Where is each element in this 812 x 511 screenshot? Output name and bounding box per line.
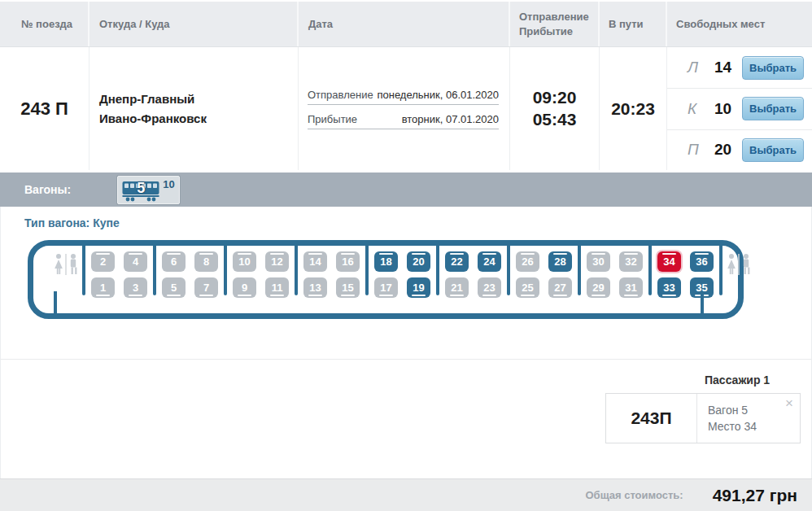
seat-column: 87	[194, 251, 218, 298]
seat-30[interactable]: 30	[587, 251, 610, 272]
seat-column: 1615	[336, 251, 360, 298]
seat-26[interactable]: 26	[516, 251, 539, 272]
passenger-card: 243П Вагон 5 Место 34 ×	[605, 393, 801, 443]
date-cell: Отправление понедельник, 06.01.2020 Приб…	[299, 47, 510, 170]
seat-7[interactable]: 7	[194, 277, 218, 298]
seat-class-code: К	[688, 100, 702, 118]
seat-column: 2625	[516, 251, 539, 298]
seat-class-row-k: К 10 Выбрать	[667, 88, 812, 129]
compartment-8: 30293231	[581, 251, 648, 298]
choose-button-k[interactable]: Выбрать	[742, 97, 804, 120]
col-header-train-number-label: № поезда	[21, 17, 88, 32]
seat-classes-cell: Л 14 Выбрать К 10 Выбрать П 20 Выбрать	[667, 47, 812, 170]
seat-27[interactable]: 27	[548, 277, 572, 298]
seat-3[interactable]: 3	[124, 277, 147, 298]
arrival-label: Прибытие	[308, 113, 357, 125]
col-header-date: Дата	[299, 2, 510, 46]
seat-column: 2019	[407, 251, 430, 298]
total-value: 491,27 грн	[713, 486, 797, 505]
duration-value: 20:23	[600, 47, 667, 170]
wagon-door-mark-left	[54, 291, 57, 313]
seat-6[interactable]: 6	[162, 251, 186, 272]
station-to: Ивано-Франковск	[99, 109, 298, 128]
seat-13[interactable]: 13	[303, 277, 327, 298]
wagon-type-label: Тип вагона: Купе	[1, 216, 811, 231]
compartment-4: 14131615	[298, 251, 365, 298]
col-header-route-label: Откуда / Куда	[99, 17, 297, 32]
wagons-label: Вагоны:	[24, 183, 71, 196]
seat-28[interactable]: 28	[548, 251, 572, 272]
seat-20[interactable]: 20	[407, 251, 430, 272]
passenger-wrap: Пассажир 1 243П Вагон 5 Место 34 ×	[605, 360, 801, 443]
seat-8[interactable]: 8	[194, 251, 218, 272]
passenger-train-number: 243П	[606, 394, 697, 443]
seat-17[interactable]: 17	[374, 277, 398, 298]
seat-class-row-p: П 20 Выбрать	[667, 129, 812, 170]
seat-18[interactable]: 18	[374, 251, 398, 272]
seat-22[interactable]: 22	[445, 251, 469, 272]
wagon-car-icon: 5	[122, 179, 159, 202]
seat-class-row-l: Л 14 Выбрать	[667, 47, 812, 88]
seat-class-count: 10	[702, 100, 731, 118]
col-header-train-number: № поезда	[0, 2, 89, 46]
seat-column: 2221	[445, 251, 469, 298]
seat-1[interactable]: 1	[91, 277, 115, 298]
seat-34[interactable]: 34	[657, 251, 681, 272]
seat-12[interactable]: 12	[265, 251, 289, 272]
wc-icon-right	[723, 253, 755, 281]
route-cell: Днепр-Главный Ивано-Франковск	[89, 47, 299, 170]
compartment-7: 26252827	[510, 251, 578, 298]
col-header-departure-label: Отправление	[519, 10, 598, 24]
train-row: 243 П Днепр-Главный Ивано-Франковск Отпр…	[0, 47, 812, 170]
train-number: 243 П	[0, 47, 89, 170]
seat-column: 109	[233, 251, 256, 298]
seat-25[interactable]: 25	[516, 277, 539, 298]
seat-column: 3433	[657, 251, 681, 298]
seat-14[interactable]: 14	[303, 251, 327, 272]
seat-36[interactable]: 36	[690, 251, 714, 272]
seat-31[interactable]: 31	[619, 277, 643, 298]
seat-15[interactable]: 15	[336, 277, 360, 298]
seat-32[interactable]: 32	[619, 251, 643, 272]
times-cell: 09:20 05:43	[510, 47, 600, 170]
seat-5[interactable]: 5	[162, 277, 186, 298]
col-header-duration: В пути	[600, 2, 667, 46]
total-bar: Общая стоимость: 491,27 грн	[0, 478, 812, 511]
wagon-inner: 2143658710912111413161518172019222124232…	[33, 246, 738, 313]
seat-column: 1413	[303, 251, 327, 298]
seat-21[interactable]: 21	[445, 277, 469, 298]
choose-button-p[interactable]: Выбрать	[742, 138, 804, 162]
wagon-free-seats-badge: 10	[163, 179, 174, 190]
table-header-row: № поезда Откуда / Куда Дата Отправление …	[0, 2, 812, 47]
wc-icon-left	[50, 253, 82, 281]
seat-2[interactable]: 2	[91, 251, 115, 272]
seat-33[interactable]: 33	[657, 277, 681, 298]
seat-23[interactable]: 23	[478, 277, 501, 298]
wagons-bar: Вагоны: 5 10	[0, 173, 812, 207]
wagon-selector-button[interactable]: 5 10	[117, 176, 179, 204]
seat-column: 3231	[619, 251, 643, 298]
departure-date: понедельник, 06.01.2020	[377, 89, 499, 101]
compartment-9: 34333635	[652, 251, 719, 298]
col-header-dep-arr: Отправление Прибытие	[510, 2, 600, 46]
seat-9[interactable]: 9	[233, 277, 256, 298]
col-header-arrival-label: Прибытие	[519, 24, 598, 39]
seat-24[interactable]: 24	[478, 251, 501, 272]
choose-button-l[interactable]: Выбрать	[742, 56, 804, 80]
departure-label: Отправление	[308, 89, 373, 101]
station-from: Днепр-Главный	[99, 90, 298, 108]
compartment-5: 18172019	[369, 251, 436, 298]
compartment-1: 2143	[85, 251, 153, 298]
seat-29[interactable]: 29	[587, 277, 610, 298]
arrival-date: вторник, 07.01.2020	[402, 113, 499, 125]
seat-class-count: 20	[702, 141, 731, 159]
seat-11[interactable]: 11	[265, 277, 289, 298]
seat-19[interactable]: 19	[407, 277, 430, 298]
seat-4[interactable]: 4	[124, 251, 147, 272]
seat-class-code: П	[688, 141, 702, 159]
seat-16[interactable]: 16	[336, 251, 360, 272]
booking-page: № поезда Откуда / Куда Дата Отправление …	[0, 0, 812, 511]
seat-column: 2827	[548, 251, 572, 298]
seat-10[interactable]: 10	[233, 251, 256, 272]
close-icon[interactable]: ×	[785, 396, 793, 410]
